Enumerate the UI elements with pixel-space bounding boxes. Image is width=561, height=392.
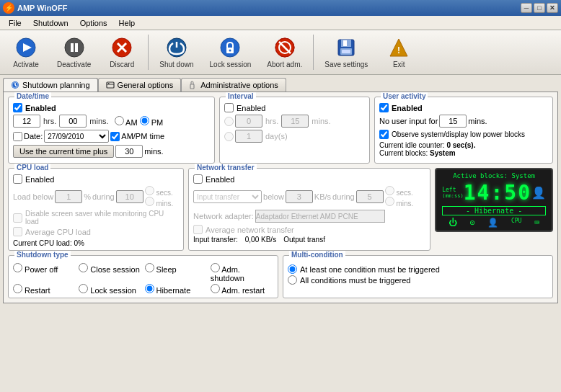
datetime-am-label: AM — [125, 118, 138, 127]
user-activity-mins-input[interactable] — [439, 115, 467, 128]
network-average-checkbox[interactable] — [193, 225, 203, 234]
deactivate-label: Deactivate — [57, 61, 91, 68]
cpu-enabled-checkbox[interactable] — [13, 174, 22, 184]
shutdown-button[interactable]: Shut down — [153, 33, 200, 71]
shutdown-sleep[interactable]: Sleep — [145, 263, 208, 282]
datetime-current-row: Use the current time plus mins. — [13, 145, 210, 158]
cpu-average-checkbox[interactable] — [13, 227, 22, 236]
network-type-select[interactable]: Input transfer — [193, 190, 262, 203]
datetime-ampm-time-label: AM/PM time — [121, 132, 164, 141]
tab-general-options[interactable]: General options — [98, 78, 182, 92]
datetime-pm-radio[interactable] — [140, 116, 149, 125]
user-activity-enabled-checkbox[interactable] — [379, 103, 389, 112]
user-activity-blocks-label: Current blocks: — [379, 149, 428, 157]
user-activity-idle-label: Current idle counter: — [379, 141, 445, 149]
menu-shutdown[interactable]: Shutdown — [27, 18, 74, 28]
activate-button[interactable]: Activate — [4, 33, 48, 71]
exit-label: Exit — [393, 61, 405, 68]
user-activity-observe-checkbox[interactable] — [379, 130, 389, 139]
network-adapter-input[interactable] — [255, 210, 385, 223]
multi-at-least: At least one condition must be triggered — [288, 264, 548, 274]
cpu-current-value: 0% — [74, 239, 84, 247]
cpu-enabled-row: Enabled — [13, 174, 179, 184]
led-header: Left (mm:ss) 14:50 👤 — [442, 181, 546, 205]
multi-at-least-radio[interactable] — [288, 264, 297, 274]
discard-button[interactable]: Discard — [100, 33, 143, 71]
maximize-button[interactable]: □ — [534, 3, 545, 13]
user-activity-blocks-row: Current blocks: System — [379, 149, 548, 157]
lock-label: Lock session — [210, 61, 252, 68]
led-left-unit: (mm:ss) — [442, 193, 464, 199]
save-button[interactable]: Save settings — [318, 33, 374, 71]
multi-all-conditions-radio[interactable] — [288, 275, 297, 285]
lock-button[interactable]: Lock session — [203, 33, 258, 71]
interval-days-input[interactable] — [235, 130, 262, 143]
interval-hrs-input[interactable] — [235, 115, 262, 128]
network-kb-input[interactable] — [286, 190, 313, 203]
shutdown-close-session-label: Close session — [90, 265, 139, 274]
shutdown-close-session[interactable]: Close session — [79, 263, 141, 282]
top-sections: Date/time Enabled hrs. mins. AM PM — [8, 97, 553, 164]
cpu-mins-radio[interactable] — [145, 197, 154, 206]
menu-file[interactable]: File — [3, 18, 27, 28]
shutdown-adm-shutdown[interactable]: Adm. shutdown — [211, 263, 273, 282]
cpu-disable-screensaver-checkbox[interactable] — [13, 213, 22, 223]
datetime-date-select[interactable]: 27/09/2010 — [44, 130, 109, 143]
interval-days-label: day(s) — [265, 132, 288, 141]
tab-admin-options[interactable]: Administrative options — [181, 78, 286, 92]
datetime-date-label: Date: — [24, 132, 43, 141]
network-input-label: Input transfer: — [193, 236, 238, 244]
datetime-ampm-row: AM PM — [115, 116, 164, 127]
cpu-load-input[interactable] — [55, 190, 82, 203]
datetime-date-checkbox[interactable] — [13, 132, 22, 141]
shutdown-restart[interactable]: Restart — [13, 284, 76, 295]
network-secs-label: secs. — [396, 189, 412, 197]
network-enabled-checkbox[interactable] — [193, 174, 203, 184]
minimize-button[interactable]: ─ — [521, 3, 532, 13]
datetime-hours-input[interactable] — [13, 115, 40, 128]
interval-enabled-checkbox[interactable] — [224, 103, 234, 112]
deactivate-button[interactable]: Deactivate — [50, 33, 97, 71]
cpu-during-input[interactable] — [116, 190, 143, 203]
interval-days-row: day(s) — [224, 130, 365, 143]
interval-enabled-label: Enabled — [237, 104, 265, 112]
shutdown-adm-restart[interactable]: Adm. restart — [211, 284, 273, 295]
abort-button[interactable]: Abort adm. — [260, 33, 309, 71]
cpu-disable-screensaver-label: Disable screen saver while monitoring CP… — [25, 210, 179, 226]
save-icon — [335, 36, 358, 59]
cpu-secs-label: secs. — [156, 189, 172, 197]
interval-hrs-label: hrs. — [265, 117, 278, 125]
cpu-current-label: Current CPU load: — [13, 239, 72, 247]
network-average-row: Average network transfer — [193, 225, 425, 234]
abort-label: Abort adm. — [267, 61, 302, 68]
svg-point-11 — [229, 50, 231, 52]
network-secs-radio[interactable] — [385, 186, 394, 195]
interval-days-radio[interactable] — [224, 132, 234, 141]
datetime-am-radio[interactable] — [115, 116, 124, 125]
exit-button[interactable]: ! Exit — [377, 33, 420, 71]
datetime-offset-input[interactable] — [115, 145, 143, 158]
tab-shutdown-planning[interactable]: Shutdown planning — [3, 78, 98, 92]
close-button[interactable]: ✕ — [547, 3, 558, 13]
network-mins-radio[interactable] — [385, 197, 394, 206]
shutdown-power-off[interactable]: Power off — [13, 263, 76, 282]
datetime-mins-input[interactable] — [59, 115, 87, 128]
network-during-input[interactable] — [356, 190, 384, 203]
led-time: 14:50 — [464, 181, 531, 205]
network-kb-label: KB/s — [314, 192, 331, 201]
shutdown-type-options: Power off Close session Sleep Adm. shutd… — [13, 263, 273, 295]
shutdown-lock-session[interactable]: Lock session — [79, 284, 141, 295]
datetime-enabled-checkbox[interactable] — [13, 103, 22, 112]
datetime-current-btn[interactable]: Use the current time plus — [13, 145, 114, 158]
datetime-ampm-checkbox[interactable] — [110, 132, 120, 141]
interval-hrs-radio[interactable] — [224, 117, 234, 126]
menu-help[interactable]: Help — [113, 18, 141, 28]
multi-condition-options: At least one condition must be triggered… — [288, 264, 548, 285]
cpu-secs-radio[interactable] — [145, 186, 154, 195]
interval-mins-label: mins. — [312, 117, 330, 125]
interval-mins-input[interactable] — [281, 115, 309, 128]
user-activity-enabled-row: Enabled — [379, 103, 548, 112]
multi-condition-section: Multi-condition At least one condition m… — [283, 255, 553, 298]
shutdown-hibernate[interactable]: Hibernate — [145, 284, 208, 295]
menu-options[interactable]: Options — [74, 18, 113, 28]
